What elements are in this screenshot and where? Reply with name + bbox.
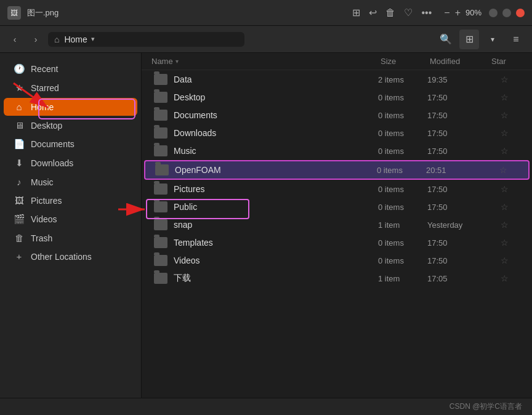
file-star[interactable]: ☆ <box>489 220 520 230</box>
file-size: 0 items <box>378 256 427 265</box>
file-row[interactable]: Public0 items17:50☆ <box>144 198 530 216</box>
starred-icon: ★ <box>14 83 25 94</box>
col-size-header[interactable]: Size <box>381 57 430 66</box>
file-modified: 17:50 <box>427 147 489 156</box>
folder-icon <box>154 127 167 139</box>
videos-icon: 🎬 <box>14 214 25 225</box>
folder-icon <box>154 110 167 121</box>
file-row[interactable]: Music0 items17:50☆ <box>144 142 530 159</box>
file-row[interactable]: Pictures0 items17:50☆ <box>144 180 530 198</box>
file-row[interactable]: Data2 items19:35☆ <box>144 71 530 88</box>
file-star[interactable]: ☆ <box>489 184 520 194</box>
more-icon[interactable]: ••• <box>421 7 432 18</box>
file-star[interactable]: ☆ <box>489 238 520 248</box>
forward-button[interactable]: › <box>27 31 44 48</box>
file-modified: 17:50 <box>427 93 489 102</box>
sidebar-item-documents[interactable]: 📄 Documents <box>4 135 137 153</box>
sidebar-item-music[interactable]: ♪ Music <box>4 173 137 191</box>
view-grid-button[interactable]: ⊞ <box>459 30 479 49</box>
search-button[interactable]: 🔍 <box>436 30 456 49</box>
file-name-cell: OpenFOAM <box>155 164 377 175</box>
file-star[interactable]: ☆ <box>489 256 520 265</box>
file-name-label: Pictures <box>174 184 205 194</box>
maximize-button[interactable] <box>502 9 511 17</box>
sidebar-item-trash[interactable]: 🗑 Trash <box>4 229 137 247</box>
sidebar-item-videos[interactable]: 🎬 Videos <box>4 210 137 228</box>
gallery-icon[interactable]: ⊞ <box>352 7 360 18</box>
zoom-out-icon[interactable]: − <box>444 7 449 18</box>
file-name-cell: Downloads <box>154 127 378 139</box>
main-content: 🕐 Recent ★ Starred ⌂ Home 🖥 Desktop 📄 Do… <box>0 53 532 398</box>
file-name-cell: Documents <box>154 110 378 121</box>
file-name-label: Videos <box>174 256 200 265</box>
file-modified: 17:50 <box>427 185 489 194</box>
file-size: 0 items <box>378 111 427 120</box>
options-button[interactable]: ≡ <box>506 30 526 49</box>
file-name-cell: Pictures <box>154 183 378 195</box>
file-modified: 17:05 <box>427 274 489 283</box>
col-modified-header[interactable]: Modified <box>430 57 491 66</box>
file-row[interactable]: Downloads0 items17:50☆ <box>144 124 530 142</box>
file-size: 0 items <box>378 203 427 212</box>
file-star[interactable]: ☆ <box>489 75 520 84</box>
file-name-cell: Public <box>154 201 378 212</box>
file-name-label: 下载 <box>174 273 191 284</box>
file-row[interactable]: Desktop0 items17:50☆ <box>144 89 530 106</box>
sidebar-label-documents: Documents <box>31 139 75 149</box>
filename-label: 图一.png <box>27 7 352 18</box>
back-button[interactable]: ‹ <box>6 31 23 48</box>
file-star[interactable]: ☆ <box>489 146 520 156</box>
file-star[interactable]: ☆ <box>489 202 520 212</box>
file-name-label: Public <box>174 202 197 212</box>
sidebar-item-pictures[interactable]: 🖼 Pictures <box>4 191 137 209</box>
favorite-icon[interactable]: ♡ <box>404 7 413 18</box>
file-name-label: Documents <box>174 110 217 120</box>
zoom-level: 90% <box>465 8 482 17</box>
recent-icon: 🕐 <box>14 63 25 75</box>
file-size: 2 items <box>378 75 427 84</box>
statusbar: CSDN @初学C语言者 <box>0 398 532 415</box>
col-name-header[interactable]: Name ▾ <box>151 57 381 66</box>
trash-icon[interactable]: 🗑 <box>385 7 395 18</box>
sidebar-item-home[interactable]: ⌂ Home <box>4 98 137 116</box>
share-icon[interactable]: ↩ <box>369 7 377 18</box>
file-row[interactable]: Videos0 items17:50☆ <box>144 252 530 269</box>
file-row[interactable]: Templates0 items17:50☆ <box>144 234 530 251</box>
close-button[interactable] <box>516 9 525 17</box>
breadcrumb[interactable]: ⌂ Home ▾ <box>48 32 244 47</box>
file-row[interactable]: Documents0 items17:50☆ <box>144 107 530 124</box>
titlebar: 🖼 图一.png ⊞ ↩ 🗑 ♡ ••• − + 90% <box>0 0 532 26</box>
folder-icon <box>154 219 167 230</box>
zoom-in-icon[interactable]: + <box>455 7 461 18</box>
col-star-header[interactable]: Star <box>491 57 522 66</box>
sidebar-item-downloads[interactable]: ⬇ Downloads <box>4 154 137 172</box>
minimize-button[interactable] <box>489 9 498 17</box>
breadcrumb-label: Home <box>64 34 87 44</box>
file-star[interactable]: ☆ <box>489 273 520 283</box>
sidebar-item-starred[interactable]: ★ Starred <box>4 79 137 97</box>
file-row[interactable]: 下载1 item17:05☆ <box>144 270 530 287</box>
sidebar-item-recent[interactable]: 🕐 Recent <box>4 60 137 78</box>
file-size: 0 items <box>378 238 427 248</box>
file-star[interactable]: ☆ <box>489 92 520 102</box>
file-modified: 17:50 <box>427 203 489 212</box>
view-dropdown-button[interactable]: ▾ <box>483 30 502 49</box>
sidebar-item-desktop[interactable]: 🖥 Desktop <box>4 116 137 134</box>
sidebar-label-pictures: Pictures <box>31 196 62 206</box>
window-controls <box>489 9 525 17</box>
file-row[interactable]: OpenFOAM0 items20:51☆ <box>144 160 530 180</box>
file-star[interactable]: ☆ <box>489 110 520 120</box>
file-name-label: snap <box>174 220 192 230</box>
sort-arrow-icon: ▾ <box>175 58 179 65</box>
file-row[interactable]: snap1 itemYesterday☆ <box>144 216 530 233</box>
file-size: 0 items <box>378 129 427 138</box>
file-star[interactable]: ☆ <box>489 128 520 138</box>
other-locations-icon: + <box>14 251 25 262</box>
sidebar-item-other-locations[interactable]: + Other Locations <box>4 248 137 265</box>
file-size: 0 items <box>378 185 427 194</box>
desktop-icon: 🖥 <box>14 120 25 131</box>
file-modified: 17:50 <box>427 111 489 120</box>
folder-icon <box>154 92 167 103</box>
file-rows-container: Data2 items19:35☆Desktop0 items17:50☆Doc… <box>142 71 532 287</box>
file-star[interactable]: ☆ <box>488 165 518 175</box>
